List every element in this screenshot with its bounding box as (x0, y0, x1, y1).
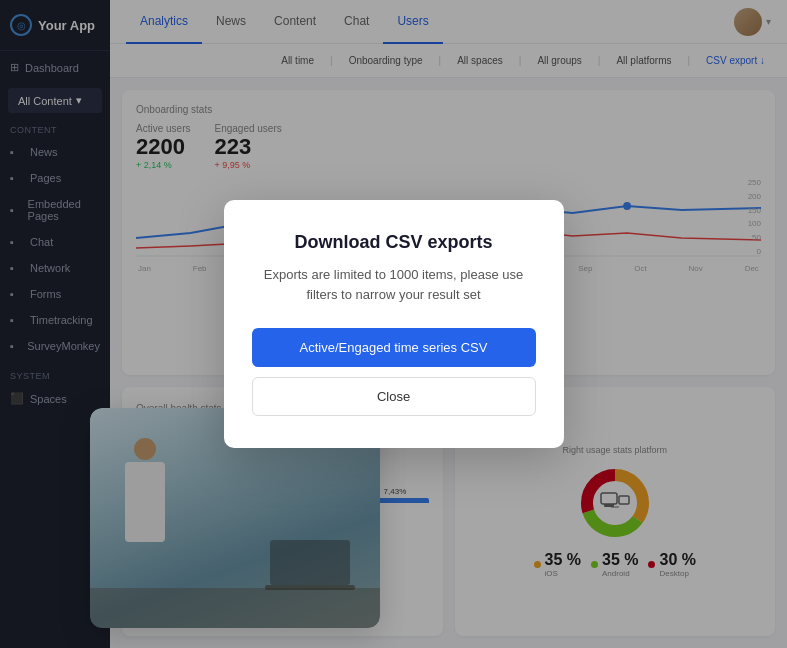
modal-description: Exports are limited to 1000 items, pleas… (252, 265, 536, 304)
modal-title: Download CSV exports (252, 232, 536, 253)
close-modal-button[interactable]: Close (252, 377, 536, 416)
download-csv-button[interactable]: Active/Engaged time series CSV (252, 328, 536, 367)
app-shell: ◎ Your App ⊞ Dashboard All Content ▾ CON… (0, 0, 787, 648)
csv-export-modal: Download CSV exports Exports are limited… (224, 200, 564, 448)
modal-overlay: Download CSV exports Exports are limited… (0, 0, 787, 648)
